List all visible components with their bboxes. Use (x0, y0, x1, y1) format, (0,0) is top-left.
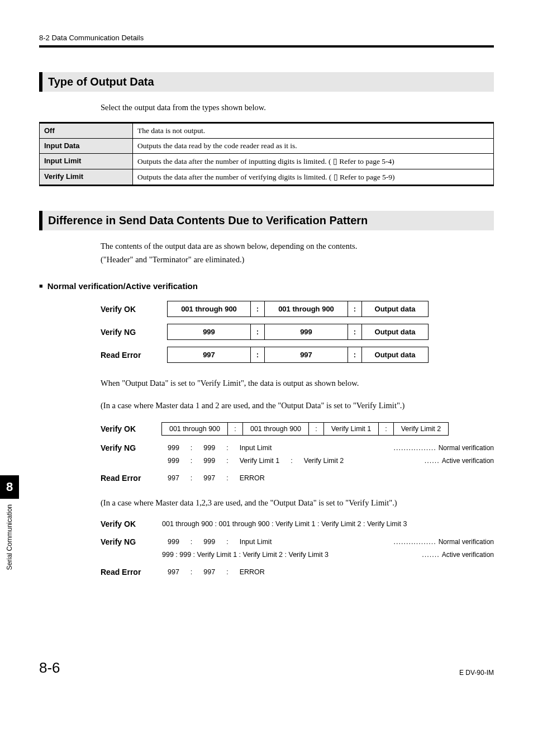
matrix-row: Read Error 997 : 997 : Output data (101, 347, 494, 363)
matrix-out: Output data (361, 347, 429, 363)
vl-cell: 001 through 900 (161, 422, 228, 436)
vl-note: Active verification (442, 457, 494, 465)
vl-seg: ERROR (234, 568, 270, 576)
chapter-label: Serial Communication (6, 499, 13, 575)
matrix-out: Output data (361, 301, 429, 317)
vl-sep: : (221, 457, 234, 465)
matrix-sep: : (348, 301, 362, 317)
vl-seg: 999 (162, 444, 185, 452)
vl-sep: : (221, 444, 234, 452)
vl-label: Verify NG (101, 537, 162, 546)
vl-label: Verify NG (101, 443, 162, 452)
vl-label: Read Error (101, 568, 162, 577)
matrix-sep: : (250, 347, 265, 363)
matrix-cell: 999 (264, 324, 348, 340)
vl-seg: 999 (162, 457, 185, 465)
row-desc: Outputs the data after the number of ver… (133, 169, 494, 185)
vl3-re-row: Read Error 997 : 997 : ERROR (101, 568, 494, 577)
page-footer: 8-6 E DV-90-IM (39, 659, 494, 677)
vl-sep: : (185, 538, 198, 546)
vl3-ng-line2: 999 : 999 : Verify Limit 1 : Verify Limi… (101, 551, 494, 559)
vl-sep: : (185, 568, 198, 576)
row-ref: Refer to page 5-9) (340, 173, 395, 181)
section-title-output: Type of Output Data (39, 72, 494, 92)
vl-note: Normal verification (439, 538, 494, 546)
matrix-sep: : (250, 301, 265, 317)
vl-seg: 999 (198, 457, 221, 465)
matrix-cell: 001 through 900 (167, 301, 251, 317)
matrix-cell: 997 (167, 347, 251, 363)
vl-seg: 999 (162, 538, 185, 546)
row-label: Off (40, 122, 133, 138)
vl-text: 001 through 900 : 001 through 900 : Veri… (162, 520, 412, 528)
row-desc: The data is not output. (133, 122, 494, 138)
vl3-ng-line1: Verify NG 999 : 999 : Input Limit ......… (101, 537, 494, 546)
matrix-sep: : (250, 324, 265, 340)
matrix-cell: 001 through 900 (264, 301, 348, 317)
vl-cell: 001 through 900 (242, 422, 309, 436)
vl-sep: : (185, 474, 198, 482)
vl2-ng-line1: Verify NG 999 : 999 : Input Limit ......… (101, 443, 494, 452)
output-type-table: Off The data is not output. Input Data O… (39, 122, 494, 186)
vl-seg: 997 (162, 568, 185, 576)
row-desc-text: Outputs the data after the number of ver… (137, 173, 331, 181)
vl-seg: 999 (198, 444, 221, 452)
table-row: Input Data Outputs the data read by the … (40, 138, 494, 153)
table-row: Off The data is not output. (40, 122, 494, 138)
vl-label: Read Error (101, 474, 162, 483)
vl-seg: Verify Limit 2 (298, 457, 350, 465)
chapter-tab: 8 Serial Communication (0, 475, 19, 575)
vl-sep: : (308, 422, 324, 436)
vl-cell: Verify Limit 2 (393, 422, 449, 436)
section-title-diff: Difference in Send Data Contents Due to … (39, 211, 494, 230)
page-number: 8-6 (39, 659, 60, 677)
vl-label: Verify OK (101, 424, 162, 433)
vl2-re-row: Read Error 997 : 997 : ERROR (101, 474, 494, 483)
row-label: Verify Limit (40, 169, 133, 185)
row-desc: Outputs the data read by the code reader… (133, 138, 494, 153)
bullet-icon: ■ (39, 282, 43, 289)
vl-sep: : (221, 538, 234, 546)
vl-seg: 997 (198, 568, 221, 576)
vl-note: Active verification (442, 551, 494, 559)
vl-seg: 999 (198, 538, 221, 546)
table-row: Verify Limit Outputs the data after the … (40, 169, 494, 185)
leader-dots: ................. (392, 444, 439, 452)
row-desc: Outputs the data after the number of inp… (133, 153, 494, 169)
verify-matrix: Verify OK 001 through 900 : 001 through … (101, 301, 494, 363)
leader-dots: ....... (420, 551, 441, 559)
vl-sep: : (185, 444, 198, 452)
vl-seg: 997 (198, 474, 221, 482)
sub-heading: ■Normal verification/Active verification (39, 281, 494, 291)
matrix-cell: 997 (264, 347, 348, 363)
row-ref: Refer to page 5-4) (339, 157, 394, 166)
vl-sep: : (378, 422, 394, 436)
vl3-ok-row: Verify OK 001 through 900 : 001 through … (101, 519, 494, 528)
matrix-label: Read Error (101, 351, 168, 360)
vl-sep: : (221, 568, 234, 576)
book-icon: ▯ (334, 173, 338, 181)
vl-sep: : (185, 457, 198, 465)
doc-id: E DV-90-IM (459, 669, 494, 677)
vl2-ng-line2: 999 : 999 : Verify Limit 1 : Verify Limi… (101, 457, 494, 465)
note-a: When "Output Data" is set to "Verify Lim… (101, 377, 494, 390)
section2-lead1: The contents of the output data are as s… (101, 240, 494, 253)
vl-note: Normal verification (439, 444, 494, 452)
row-desc-text: Outputs the data after the number of inp… (137, 157, 331, 166)
matrix-sep: : (348, 347, 362, 363)
row-label: Input Limit (40, 153, 133, 169)
section2-lead2: ("Header" and "Terminator" are eliminate… (101, 254, 494, 266)
vl-cell: Verify Limit 1 (323, 422, 379, 436)
matrix-row: Verify OK 001 through 900 : 001 through … (101, 301, 494, 317)
matrix-row: Verify NG 999 : 999 : Output data (101, 324, 494, 340)
vl-sep: : (227, 422, 243, 436)
vl-seg: Verify Limit 1 (234, 457, 285, 465)
vl-sep: : (221, 474, 234, 482)
matrix-label: Verify OK (101, 305, 168, 314)
table-row: Input Limit Outputs the data after the n… (40, 153, 494, 169)
row-label: Input Data (40, 138, 133, 153)
vl-sep: : (285, 457, 298, 465)
vl-seg: Input Limit (234, 538, 278, 546)
vl-seg: Input Limit (234, 444, 278, 452)
matrix-label: Verify NG (101, 328, 168, 337)
